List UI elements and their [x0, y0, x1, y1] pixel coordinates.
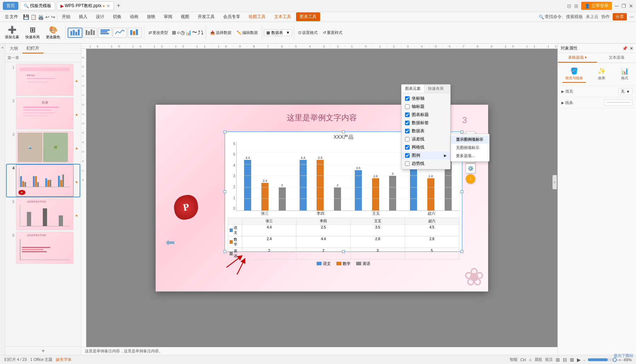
handle-tr[interactable]	[461, 131, 463, 133]
slide-item-6[interactable]: 6 这里是举例文字内容	[7, 232, 80, 264]
slide-item-4[interactable]: 4	[7, 164, 80, 197]
tab-review[interactable]: 审阅	[160, 12, 177, 21]
icon-c[interactable]: ◷	[180, 30, 185, 35]
zoom-out[interactable]: -	[584, 358, 585, 362]
slide-thumb-2[interactable]: 目录	[16, 97, 74, 129]
tab-slideshow[interactable]: 放映	[143, 12, 160, 21]
float-tab-elements[interactable]: 图表元素	[401, 85, 424, 93]
template-icon[interactable]: 📋	[30, 14, 36, 20]
tab-switch[interactable]: 切换	[109, 12, 126, 21]
item-tuli[interactable]: 图例 ▶	[401, 151, 450, 160]
submenu-no-legend[interactable]: 无图例项标示	[451, 144, 489, 152]
view-normal[interactable]: ⊞	[556, 357, 560, 363]
select-data-btn[interactable]: 📥 选择数据	[208, 29, 233, 36]
menu-file[interactable]: ☰ 文件	[2, 13, 21, 21]
icon-f[interactable]: ⤴	[198, 30, 200, 35]
tab-view[interactable]: 视图	[177, 12, 193, 21]
fill-value[interactable]: 无 ▼	[618, 88, 632, 95]
item-qushixian[interactable]: 趋势线	[401, 160, 450, 168]
more-icon[interactable]: ⋯	[630, 15, 634, 19]
cb-shujubiao[interactable]	[405, 129, 410, 133]
tab-text[interactable]: 文本工具	[270, 12, 295, 21]
cooperate-btn[interactable]: 协作	[601, 14, 610, 20]
minimize-btn[interactable]: ─	[615, 3, 619, 9]
slide-thumb-5[interactable]: 这里是举例文字内容	[16, 198, 74, 230]
change-type-btn[interactable]: ⇄ 更改类型	[146, 29, 170, 36]
chart-type-2[interactable]	[83, 28, 97, 38]
slide-item-5[interactable]: 5 这里是举例文字内容	[7, 198, 80, 230]
item-shujubiao[interactable]: 数据表	[401, 127, 450, 135]
slide-thumb-4[interactable]: P	[16, 164, 74, 197]
slide-thumb-6[interactable]: 这里是举例文字内容	[16, 232, 74, 264]
cb-wangge[interactable]	[405, 145, 410, 150]
search-command[interactable]: 🔍查找命令、搜索模板	[539, 14, 583, 20]
edit-data-btn[interactable]: ✏️ 编辑数据	[235, 29, 260, 36]
chart-icon-5[interactable]: i	[466, 174, 475, 184]
reset-btn[interactable]: ↺ 重置样式	[321, 29, 345, 36]
tab-template[interactable]: 🔍 找板壳模板	[20, 1, 55, 10]
cb-zhoubiaoti[interactable]	[405, 104, 410, 109]
add-slide-btn[interactable]: +	[5, 346, 81, 355]
slide-item-1[interactable]: 1 PPTH ★	[7, 64, 80, 96]
handle-bl[interactable]	[224, 250, 226, 253]
handle-bm[interactable]	[342, 250, 345, 253]
tab-vip[interactable]: 会员专享	[219, 12, 244, 21]
font-warning[interactable]: 缺失字体	[56, 357, 71, 362]
format-btn[interactable]: ⊡ 设置格式	[296, 29, 320, 36]
chart-icon-4[interactable]: ⚙️	[466, 163, 475, 173]
handle-ml[interactable]	[224, 190, 226, 193]
save-icon[interactable]: 💾	[23, 14, 29, 20]
tab-design[interactable]: 设计	[92, 12, 109, 21]
slides-tab[interactable]: 幻灯片	[22, 44, 44, 53]
view-present[interactable]: ▶	[577, 357, 581, 363]
close-btn[interactable]: ✕	[629, 3, 633, 9]
handle-tm[interactable]	[342, 131, 345, 133]
icon-g[interactable]: ⤵	[201, 30, 203, 35]
quick-layout-btn[interactable]: ⊞ 快速布局	[23, 24, 42, 41]
collapse-left-btn[interactable]: «	[1, 45, 4, 50]
submenu-more[interactable]: 更多选项...	[451, 152, 489, 160]
handle-mr[interactable]	[461, 190, 463, 193]
slide-item-2[interactable]: 2 目录 ★	[7, 97, 80, 129]
slide-thumb-3[interactable]: 🌊 🌿	[16, 131, 74, 163]
remarks-btn[interactable]: 眉批	[534, 357, 542, 362]
login-btn[interactable]: 👤 立即登录	[581, 2, 612, 10]
fill-toggle[interactable]: ▶ 填充 无 ▼	[561, 88, 632, 95]
item-wuchashu[interactable]: 误差线	[401, 135, 450, 143]
share-btn[interactable]: 分享	[613, 13, 627, 21]
tab-draw[interactable]: 绘图工具	[244, 12, 270, 21]
tab-home[interactable]: 首页	[3, 2, 18, 10]
cb-tuli[interactable]	[405, 153, 410, 158]
cb-qushixian[interactable]	[405, 161, 410, 166]
slide-item-3[interactable]: 3 🌊 🌿 ★	[7, 131, 80, 163]
submenu-show[interactable]: 显示图例项标示	[451, 135, 489, 144]
icon-d[interactable]: 📊	[185, 30, 191, 35]
icon-format[interactable]: 📊 格式	[618, 66, 631, 83]
icon-effect[interactable]: ✨ 效果	[595, 66, 608, 83]
change-color-btn[interactable]: 🎨 更改颜色	[43, 24, 63, 41]
undo-icon[interactable]: ↩	[45, 14, 50, 20]
outline-tab[interactable]: 大纲	[5, 44, 22, 53]
redo-icon[interactable]: ↪	[51, 14, 55, 20]
tab-start[interactable]: 开始	[58, 12, 75, 21]
slide-thumb-1[interactable]: PPTH	[16, 64, 74, 96]
ai-btn[interactable]: 智能	[510, 357, 518, 362]
view-grid[interactable]: ⊟	[563, 357, 567, 363]
add-element-btn[interactable]: ➕ 添加元素	[2, 24, 22, 41]
cb-zuobiaochi[interactable]	[405, 96, 410, 101]
item-wangge[interactable]: 网格线	[401, 143, 450, 151]
item-shujubiaoji[interactable]: 数据标签	[401, 119, 450, 127]
handle-br[interactable]	[461, 250, 463, 253]
print-icon[interactable]: 🖨️	[38, 14, 44, 20]
float-tab-layout[interactable]: 快速布局	[424, 85, 447, 93]
item-zuobiaochi[interactable]: 坐标轴	[401, 94, 450, 103]
cb-tubiaobiaoti[interactable]	[405, 112, 410, 117]
chart-type-1[interactable]	[68, 28, 82, 38]
chart-type-4[interactable]	[113, 28, 127, 38]
view-read[interactable]: ⊠	[570, 357, 574, 363]
pin-btn[interactable]: 📌	[622, 46, 628, 51]
icon-a[interactable]: ⊞	[172, 30, 176, 35]
item-tubiaobiaoti[interactable]: 图表标题	[401, 111, 450, 119]
panel-tab-table[interactable]: 表格选项 ▾	[558, 53, 597, 63]
chart-type-5[interactable]	[128, 28, 142, 38]
